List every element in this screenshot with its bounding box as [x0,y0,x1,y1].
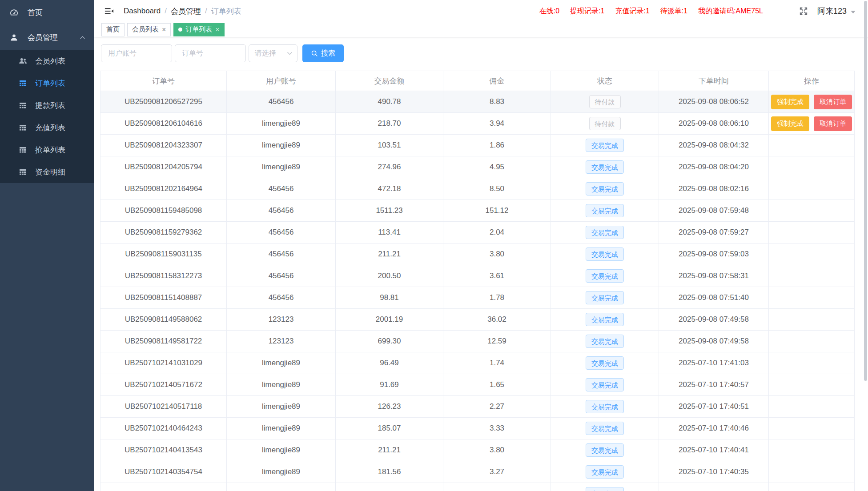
sidebar-item-order-list[interactable]: 订单列表 [0,72,94,94]
cell-time: 2025-07-10 17:41:03 [659,352,769,374]
sidebar-item-label: 首页 [28,8,43,18]
cell-order-no: UB2507102140517118 [100,396,227,418]
table-row: 交易完成 [100,483,855,491]
cell-order-no: UB2507102140413543 [100,439,227,461]
status-badge: 交易完成 [586,378,624,391]
table-icon [19,101,28,109]
header-stat: 充值记录:1 [615,7,649,16]
search-button[interactable]: 搜索 [302,44,344,62]
tab-member-list[interactable]: 会员列表× [127,23,171,36]
breadcrumb-item[interactable]: Dashboard [124,7,161,16]
breadcrumb-item[interactable]: 会员管理 [171,6,201,16]
cell-status: 交易完成 [551,418,659,439]
cell-amount: 699.30 [336,331,443,352]
close-icon[interactable]: × [162,26,166,33]
cell-commission: 3.27 [443,461,551,483]
column-header: 佣金 [443,71,551,91]
sidebar-item-label: 会员列表 [35,56,65,66]
table-row: UB2507102141031029limengjie8996.491.74交易… [100,352,855,374]
cell-actions [769,352,855,374]
cell-amount: 211.21 [336,439,443,461]
cancel-order-button[interactable]: 取消订单 [814,95,852,109]
cell-time: 2025-07-10 17:40:35 [659,461,769,483]
tab-order-list[interactable]: 订单列表× [173,23,224,36]
table-row: UB2507102140517118limengjie89126.232.27交… [100,396,855,418]
cell-account: 456456 [227,178,336,200]
cell-order-no: UB2507102140354754 [100,461,227,483]
status-select[interactable]: 请选择 [249,44,297,62]
column-header: 订单号 [100,71,227,91]
sidebar-item-home[interactable]: 首页 [0,0,94,25]
cell-amount: 113.41 [336,222,443,244]
cell-commission: 1.74 [443,352,551,374]
tab-label: 订单列表 [185,25,212,34]
cell-account: 456456 [227,222,336,244]
account-input[interactable] [101,44,172,62]
sidebar-item-member-list[interactable]: 会员列表 [0,50,94,72]
cell-commission [443,483,551,491]
cell-time: 2025-09-08 08:06:52 [659,91,769,113]
table-row: UB2509081159031135456456211.213.80交易完成20… [100,244,855,265]
cell-order-no: UB2507102141031029 [100,352,227,374]
order-input[interactable] [175,44,246,62]
scrollbar[interactable] [864,1,867,381]
cell-order-no: UB2507102140571672 [100,374,227,396]
cell-amount: 490.78 [336,91,443,113]
cell-order-no [100,483,227,491]
cell-amount: 126.23 [336,396,443,418]
sidebar-menu: 首页会员管理会员列表订单列表提款列表充值列表抢单列表资金明细 [0,0,94,183]
status-badge: 交易完成 [586,356,624,370]
cell-commission: 4.95 [443,156,551,178]
filter-bar: 请选择 搜索 [101,44,868,62]
hamburger-icon[interactable] [100,6,117,16]
tab-home[interactable]: 首页 [101,23,125,36]
cell-commission: 3.94 [443,113,551,135]
table-icon [19,124,28,132]
sidebar-item-label: 充值列表 [35,123,65,133]
user-dropdown[interactable]: 阿来123 [817,6,858,16]
sidebar-item-fund-detail[interactable]: 资金明细 [0,161,94,183]
cell-order-no: UB2509081159279362 [100,222,227,244]
cell-account [227,483,336,491]
cell-actions: 强制完成取消订单 [769,113,855,135]
cell-status: 待付款 [551,91,659,113]
table-row: UB2509081204205794limengjie89274.964.95交… [100,156,855,178]
cell-time: 2025-09-08 07:58:31 [659,265,769,287]
cell-time: 2025-09-08 08:06:10 [659,113,769,135]
force-complete-button[interactable]: 强制完成 [771,116,809,131]
orders-table: 订单号用户账号交易金额佣金状态下单时间操作 UB2509081206527295… [100,71,855,491]
cell-order-no: UB2509081159485098 [100,200,227,222]
cell-order-no: UB2509081204205794 [100,156,227,178]
close-icon[interactable]: × [215,26,219,33]
cell-account: 456456 [227,200,336,222]
status-badge: 交易完成 [586,335,624,348]
chevron-down-icon [287,52,293,56]
sidebar-item-recharge-list[interactable]: 充值列表 [0,116,94,139]
table-row: UB2509081149581722123123699.3012.59交易完成2… [100,331,855,352]
cell-actions [769,178,855,200]
status-badge: 交易完成 [586,443,624,457]
cell-actions [769,483,855,491]
cell-account: 456456 [227,287,336,309]
cell-commission: 1.78 [443,287,551,309]
sidebar-item-withdraw-list[interactable]: 提款列表 [0,94,94,116]
cell-amount: 96.49 [336,352,443,374]
cell-actions [769,309,855,331]
cell-status: 交易完成 [551,439,659,461]
sidebar: 首页会员管理会员列表订单列表提款列表充值列表抢单列表资金明细 [0,0,94,491]
active-dot [178,28,182,32]
sidebar-item-grab-order-list[interactable]: 抢单列表 [0,139,94,161]
cancel-order-button[interactable]: 取消订单 [814,116,852,131]
force-complete-button[interactable]: 强制完成 [771,95,809,109]
cell-time: 2025-09-08 07:59:48 [659,200,769,222]
cell-actions [769,244,855,265]
table-row: UB2507102140464243limengjie89185.073.33交… [100,418,855,439]
sidebar-item-member-management[interactable]: 会员管理 [0,25,94,50]
fullscreen-icon[interactable] [799,6,808,16]
cell-time: 2025-09-08 08:02:16 [659,178,769,200]
cell-status: 交易完成 [551,222,659,244]
members-icon [19,57,28,65]
cell-status: 交易完成 [551,483,659,491]
status-badge: 交易完成 [586,269,624,283]
cell-account: limengjie89 [227,156,336,178]
